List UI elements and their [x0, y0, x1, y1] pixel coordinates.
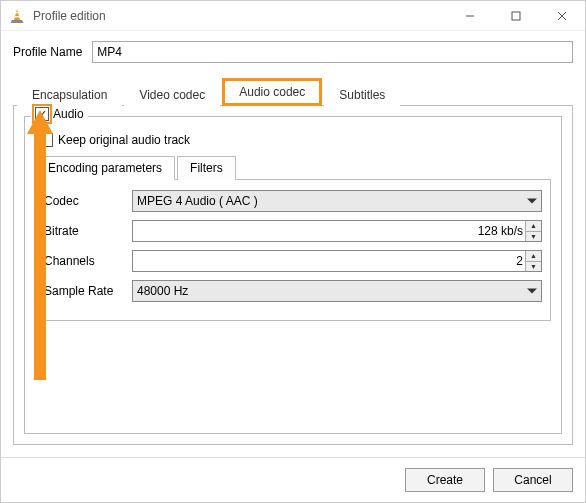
channels-spin-buttons[interactable]: ▲▼: [525, 251, 541, 271]
codec-select[interactable]: MPEG 4 Audio ( AAC ): [132, 190, 542, 212]
tab-encapsulation[interactable]: Encapsulation: [17, 83, 122, 106]
titlebar: Profile edition: [1, 1, 585, 31]
subtab-filters[interactable]: Filters: [177, 156, 236, 180]
channels-label: Channels: [44, 254, 124, 268]
svg-rect-5: [512, 12, 520, 20]
minimize-button[interactable]: [447, 1, 493, 31]
svg-rect-1: [15, 12, 19, 13]
tab-audio-codec[interactable]: Audio codec: [222, 78, 322, 106]
cancel-button[interactable]: Cancel: [493, 468, 573, 492]
maximize-button[interactable]: [493, 1, 539, 31]
profile-name-label: Profile Name: [13, 45, 82, 59]
dialog-footer: Create Cancel: [1, 457, 585, 502]
vlc-cone-icon: [9, 8, 25, 24]
subtab-encoding-parameters[interactable]: Encoding parameters: [35, 156, 175, 180]
sample-rate-value: 48000 Hz: [137, 284, 188, 298]
codec-label: Codec: [44, 194, 124, 208]
tab-video-codec[interactable]: Video codec: [124, 83, 220, 106]
bitrate-value: 128 kb/s: [478, 224, 523, 238]
profile-name-input[interactable]: [92, 41, 573, 63]
chevron-down-icon: [527, 199, 537, 204]
tab-subtitles[interactable]: Subtitles: [324, 83, 400, 106]
svg-marker-3: [11, 20, 24, 23]
create-button[interactable]: Create: [405, 468, 485, 492]
keep-original-checkbox[interactable]: [39, 133, 53, 147]
audio-groupbox: Audio Keep original audio track Encoding…: [24, 116, 562, 434]
chevron-down-icon: [527, 289, 537, 294]
close-button[interactable]: [539, 1, 585, 31]
audio-group-label: Audio: [53, 107, 84, 121]
sample-rate-label: Sample Rate: [44, 284, 124, 298]
encoding-parameters-panel: Codec MPEG 4 Audio ( AAC ) Bitrate 128 k…: [35, 180, 551, 321]
channels-value: 2: [516, 254, 523, 268]
bitrate-spin-buttons[interactable]: ▲▼: [525, 221, 541, 241]
profile-edition-window: Profile edition Profile Name Encapsulati…: [0, 0, 586, 503]
audio-subtabs: Encoding parameters Filters: [35, 155, 551, 180]
audio-enable-checkbox[interactable]: [35, 107, 49, 121]
bitrate-label: Bitrate: [44, 224, 124, 238]
codec-value: MPEG 4 Audio ( AAC ): [137, 194, 258, 208]
main-tabbar: Encapsulation Video codec Audio codec Su…: [13, 77, 573, 106]
svg-rect-2: [15, 16, 20, 17]
window-title: Profile edition: [33, 9, 106, 23]
svg-marker-0: [14, 9, 20, 20]
channels-stepper[interactable]: 2 ▲▼: [132, 250, 542, 272]
sample-rate-select[interactable]: 48000 Hz: [132, 280, 542, 302]
bitrate-stepper[interactable]: 128 kb/s ▲▼: [132, 220, 542, 242]
keep-original-label: Keep original audio track: [58, 133, 190, 147]
audio-codec-panel: Audio Keep original audio track Encoding…: [13, 106, 573, 445]
